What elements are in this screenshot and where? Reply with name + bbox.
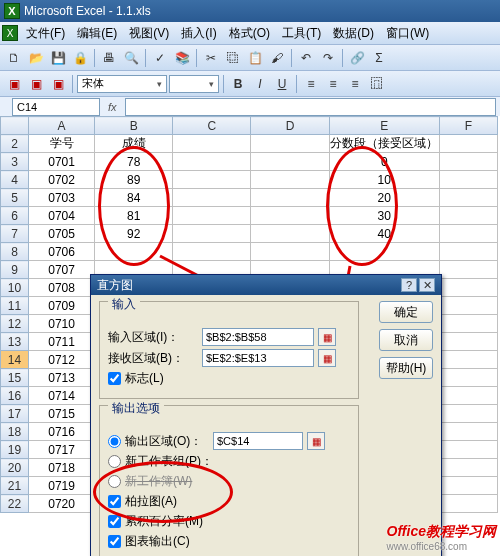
print-button[interactable]: 🖶 <box>99 48 119 68</box>
cell[interactable] <box>439 477 497 495</box>
format-painter-button[interactable]: 🖌 <box>267 48 287 68</box>
bin-range-field[interactable]: $E$2:$E$13 <box>202 349 314 367</box>
cell[interactable]: 0705 <box>29 225 95 243</box>
new-worksheet-radio[interactable] <box>108 455 121 468</box>
row-header[interactable]: 8 <box>1 243 29 261</box>
row-header[interactable]: 16 <box>1 387 29 405</box>
cell[interactable] <box>173 171 251 189</box>
help-button[interactable]: 帮助(H) <box>379 357 433 379</box>
row-header[interactable]: 18 <box>1 423 29 441</box>
col-header-F[interactable]: F <box>439 117 497 135</box>
dialog-close-icon[interactable]: ✕ <box>419 278 435 292</box>
cell[interactable] <box>251 243 329 261</box>
ok-button[interactable]: 确定 <box>379 301 433 323</box>
input-range-field[interactable]: $B$2:$B$58 <box>202 328 314 346</box>
bin-range-refedit-icon[interactable]: ▦ <box>318 349 336 367</box>
cell[interactable] <box>439 423 497 441</box>
cell[interactable]: 分数段（接受区域） <box>329 135 439 153</box>
name-box[interactable]: C14 <box>12 98 100 116</box>
cell[interactable]: 20 <box>329 189 439 207</box>
cell[interactable]: 0719 <box>29 477 95 495</box>
cell[interactable] <box>439 495 497 513</box>
row-header[interactable]: 9 <box>1 261 29 279</box>
cell[interactable]: 成绩 <box>95 135 173 153</box>
align-right-button[interactable]: ≡ <box>345 74 365 94</box>
cut-button[interactable]: ✂ <box>201 48 221 68</box>
paste-button[interactable]: 📋 <box>245 48 265 68</box>
cell[interactable] <box>173 225 251 243</box>
chart-output-checkbox[interactable] <box>108 535 121 548</box>
redo-button[interactable]: ↷ <box>318 48 338 68</box>
dialog-titlebar[interactable]: 直方图 ? ✕ <box>91 275 441 295</box>
cell[interactable]: 0702 <box>29 171 95 189</box>
cell[interactable] <box>173 189 251 207</box>
cell[interactable]: 40 <box>329 225 439 243</box>
cell[interactable]: 0704 <box>29 207 95 225</box>
cell[interactable] <box>439 207 497 225</box>
fontsize-select[interactable] <box>169 75 219 93</box>
underline-button[interactable]: U <box>272 74 292 94</box>
cell[interactable] <box>439 135 497 153</box>
row-header[interactable]: 15 <box>1 369 29 387</box>
cell[interactable] <box>439 441 497 459</box>
cell[interactable]: 0703 <box>29 189 95 207</box>
cell[interactable] <box>439 279 497 297</box>
cell[interactable] <box>439 333 497 351</box>
cell[interactable]: 0707 <box>29 261 95 279</box>
row-header[interactable]: 3 <box>1 153 29 171</box>
pareto-checkbox[interactable] <box>108 495 121 508</box>
cell[interactable]: 0706 <box>29 243 95 261</box>
merge-button[interactable]: ⿵ <box>367 74 387 94</box>
output-range-radio[interactable] <box>108 435 121 448</box>
cell[interactable]: 0714 <box>29 387 95 405</box>
cell[interactable] <box>439 153 497 171</box>
cell[interactable]: 0708 <box>29 279 95 297</box>
cell[interactable] <box>251 153 329 171</box>
cell[interactable] <box>173 135 251 153</box>
cell[interactable]: 0720 <box>29 495 95 513</box>
menu-view[interactable]: 视图(V) <box>125 25 173 42</box>
row-header[interactable]: 2 <box>1 135 29 153</box>
cell[interactable]: 89 <box>95 171 173 189</box>
cell[interactable] <box>329 243 439 261</box>
cell[interactable] <box>251 207 329 225</box>
cell[interactable] <box>439 261 497 279</box>
row-header[interactable]: 7 <box>1 225 29 243</box>
new-workbook-radio[interactable] <box>108 475 121 488</box>
cell[interactable]: 0712 <box>29 351 95 369</box>
italic-button[interactable]: I <box>250 74 270 94</box>
cell[interactable] <box>439 171 497 189</box>
row-header[interactable]: 11 <box>1 297 29 315</box>
cell[interactable] <box>173 207 251 225</box>
cell[interactable] <box>439 405 497 423</box>
cell[interactable] <box>439 369 497 387</box>
spell-button[interactable]: ✓ <box>150 48 170 68</box>
cell[interactable] <box>439 315 497 333</box>
cell[interactable]: 0710 <box>29 315 95 333</box>
cell[interactable]: 学号 <box>29 135 95 153</box>
row-header[interactable]: 5 <box>1 189 29 207</box>
menu-file[interactable]: 文件(F) <box>22 25 69 42</box>
cell[interactable] <box>173 153 251 171</box>
permission-button[interactable]: 🔒 <box>70 48 90 68</box>
col-header-E[interactable]: E <box>329 117 439 135</box>
cell[interactable] <box>173 243 251 261</box>
cell[interactable] <box>439 297 497 315</box>
output-range-field[interactable]: $C$14 <box>213 432 303 450</box>
menu-tools[interactable]: 工具(T) <box>278 25 325 42</box>
new-button[interactable]: 🗋 <box>4 48 24 68</box>
dialog-help-icon[interactable]: ? <box>401 278 417 292</box>
menu-insert[interactable]: 插入(I) <box>177 25 220 42</box>
cell[interactable] <box>439 459 497 477</box>
menu-edit[interactable]: 编辑(E) <box>73 25 121 42</box>
cell[interactable]: 81 <box>95 207 173 225</box>
pdf-button-1[interactable]: ▣ <box>4 74 24 94</box>
cell[interactable]: 10 <box>329 171 439 189</box>
menu-window[interactable]: 窗口(W) <box>382 25 433 42</box>
undo-button[interactable]: ↶ <box>296 48 316 68</box>
row-header[interactable]: 22 <box>1 495 29 513</box>
preview-button[interactable]: 🔍 <box>121 48 141 68</box>
cell[interactable]: 84 <box>95 189 173 207</box>
row-header[interactable]: 14 <box>1 351 29 369</box>
align-center-button[interactable]: ≡ <box>323 74 343 94</box>
